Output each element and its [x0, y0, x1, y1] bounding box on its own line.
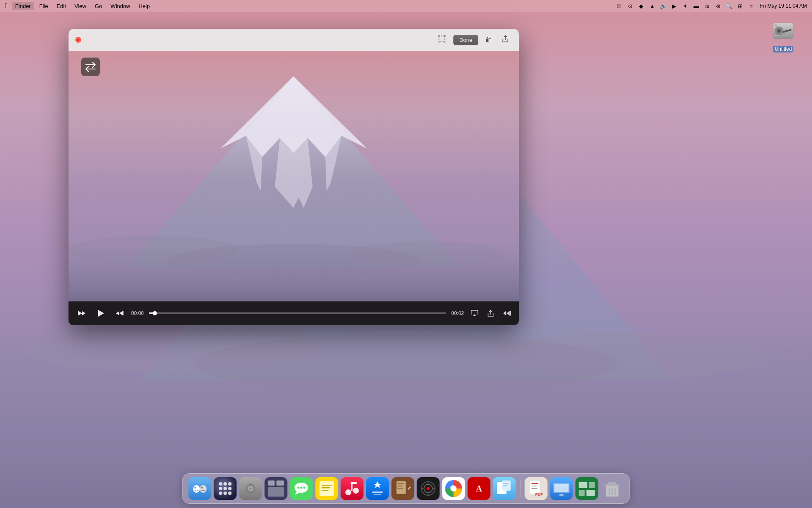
svg-rect-116: [576, 477, 598, 500]
dock-music[interactable]: [341, 477, 364, 500]
resize-cursor-icon: [85, 61, 96, 72]
svg-point-43: [219, 482, 222, 486]
dock-scrivener[interactable]: [392, 477, 414, 500]
menubar-finder[interactable]: Finder: [12, 2, 34, 10]
svg-point-90: [427, 487, 430, 490]
battery-icon[interactable]: ▬: [692, 2, 700, 10]
dock-launchpad[interactable]: [214, 477, 237, 500]
airplay-button[interactable]: [469, 308, 480, 319]
menubar-status-icons: ☑ ⊙ ◆ ▲ 🔊 ▶ ✴ ▬ ≋ ⊛ 🔍 ⊞ ≡ Fri May 19 11:…: [615, 2, 807, 10]
svg-rect-104: [503, 483, 509, 484]
progress-thumb[interactable]: [153, 311, 157, 315]
svg-text:A: A: [476, 484, 482, 493]
chapters-button[interactable]: [501, 308, 512, 319]
svg-rect-114: [554, 484, 569, 492]
svg-rect-123: [605, 484, 620, 486]
window-close-button[interactable]: ✕: [75, 37, 81, 43]
dock-system-preferences[interactable]: [239, 477, 262, 500]
svg-rect-70: [320, 481, 334, 496]
crop-tool-button[interactable]: [435, 33, 449, 47]
toolbar-right-controls: Done 🗑: [435, 33, 512, 47]
screenium-icon[interactable]: ⊙: [626, 2, 634, 10]
svg-point-55: [250, 488, 252, 490]
notif-icon[interactable]: ≡: [747, 2, 755, 10]
svg-point-46: [219, 487, 222, 490]
dock-finder[interactable]: [189, 477, 211, 500]
play-button[interactable]: [94, 306, 107, 320]
dock-trash[interactable]: [601, 477, 624, 500]
dock-messages[interactable]: [290, 477, 313, 500]
svg-point-47: [224, 487, 227, 490]
qt-toolbar: ✕ Done 🗑: [69, 29, 519, 51]
svg-point-45: [228, 482, 232, 486]
done-button[interactable]: Done: [453, 35, 478, 45]
svg-point-67: [300, 487, 302, 489]
video-frame: [69, 51, 519, 301]
svg-rect-57: [250, 492, 251, 494]
menubar-help[interactable]: Help: [135, 2, 154, 10]
svg-rect-17: [439, 36, 445, 42]
dock-separator: [520, 480, 521, 497]
dock-app-store[interactable]: [366, 477, 389, 500]
svg-rect-108: [532, 483, 538, 484]
svg-rect-71: [322, 485, 332, 486]
dock-preview[interactable]: [493, 477, 516, 500]
svg-point-38: [193, 485, 200, 493]
dock-acrobat[interactable]: A: [468, 477, 491, 500]
svg-rect-81: [374, 494, 381, 495]
dock-mission-control[interactable]: [265, 477, 288, 500]
rewind-button[interactable]: [75, 306, 89, 320]
current-time: 00:00: [131, 310, 144, 316]
dock-chrome[interactable]: [442, 477, 465, 500]
dock-pdf-expert[interactable]: PDF: [525, 477, 548, 500]
svg-point-33: [166, 244, 421, 278]
bluetooth-icon[interactable]: ✴: [681, 2, 689, 10]
timemachine-icon[interactable]: ⊛: [714, 2, 722, 10]
media-icon[interactable]: ▶: [670, 2, 678, 10]
checkbox-icon[interactable]: ☑: [615, 2, 623, 10]
menubar-view[interactable]: View: [71, 2, 90, 10]
svg-point-75: [346, 489, 351, 495]
quicktime-window: ✕ Done 🗑: [69, 29, 519, 325]
dropbox-icon[interactable]: ◆: [637, 2, 645, 10]
controlcenter-icon[interactable]: ⊞: [736, 2, 744, 10]
total-time: 00:02: [451, 310, 464, 316]
svg-point-39: [200, 485, 207, 493]
svg-rect-119: [579, 490, 585, 496]
svg-point-98: [451, 486, 457, 491]
svg-rect-58: [245, 488, 247, 489]
apple-menu[interactable]: : [5, 2, 8, 10]
svg-point-68: [303, 487, 305, 489]
menubar-file[interactable]: File: [36, 2, 52, 10]
share-button[interactable]: [499, 33, 512, 47]
svg-rect-63: [268, 487, 284, 497]
dock-screenium[interactable]: [417, 477, 440, 500]
dock-notes[interactable]: [315, 477, 338, 500]
svg-rect-15: [774, 25, 777, 26]
svg-rect-34: [78, 311, 79, 315]
svg-rect-109: [532, 486, 537, 486]
svg-rect-73: [322, 490, 329, 491]
svg-rect-80: [372, 491, 383, 493]
forward-button[interactable]: [112, 306, 126, 320]
spotlight-icon[interactable]: 🔍: [725, 2, 733, 10]
svg-point-76: [353, 488, 359, 494]
svg-point-40: [195, 487, 196, 489]
wifi-icon[interactable]: ≋: [703, 2, 711, 10]
dock-slides[interactable]: [576, 477, 598, 500]
delete-button[interactable]: 🗑: [483, 34, 494, 45]
dock: A PDF: [182, 473, 630, 504]
svg-rect-86: [398, 488, 403, 489]
menubar-clock: Fri May 19 11:04 AM: [760, 3, 807, 9]
desktop-hard-drive-icon[interactable]: Untitled: [766, 17, 800, 52]
progress-bar[interactable]: [149, 312, 446, 314]
volume-icon[interactable]: 🔊: [659, 2, 667, 10]
svg-rect-79: [366, 477, 389, 500]
menubar-go[interactable]: Go: [91, 2, 105, 10]
airplay-icon[interactable]: ▲: [648, 2, 656, 10]
svg-rect-16: [774, 35, 780, 36]
dock-presenter[interactable]: [550, 477, 573, 500]
menubar-window[interactable]: Window: [107, 2, 133, 10]
video-share-button[interactable]: [485, 308, 496, 319]
menubar-edit[interactable]: Edit: [53, 2, 69, 10]
